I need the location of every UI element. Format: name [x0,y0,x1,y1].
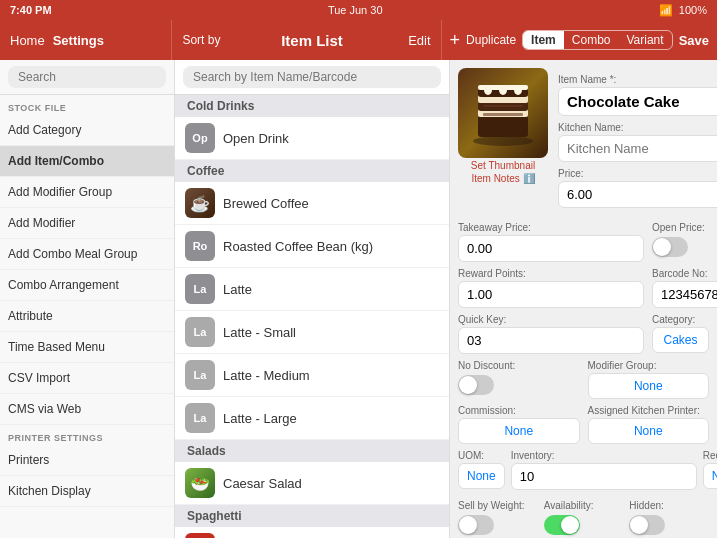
modifier-group-select[interactable]: None [588,373,710,399]
nav-bar: Home Settings Sort by Item List Edit + D… [0,20,717,60]
duplicate-btn[interactable]: Duplicate [466,33,516,47]
price-cost-row: Price: Cost: [558,162,717,208]
main-layout: STOCK FILE Add Category Add Item/Combo A… [0,60,717,538]
sell-by-weight-label: Sell by Weight: [458,500,538,511]
reward-points-label: Reward Points: [458,268,644,279]
modifier-group-label: Modifier Group: [588,360,710,371]
sidebar-item-add-category[interactable]: Add Category [0,115,174,146]
item-name-label: Item Name *: [558,74,717,85]
avatar-roasted-coffee: Ro [185,231,215,261]
svg-point-0 [473,136,533,146]
combo-pill[interactable]: Combo [564,31,619,49]
sidebar-item-kitchen-display[interactable]: Kitchen Display [0,476,174,507]
stock-file-label: STOCK FILE [0,95,174,115]
price-input[interactable] [558,181,717,208]
takeaway-open-price-row: Takeaway Price: Open Price: [458,216,709,262]
avatar-brewed-coffee: ☕ [185,188,215,218]
avatar-latte-large: La [185,403,215,433]
nav-home[interactable]: Home [10,33,45,48]
sidebar-item-add-combo-meal-group[interactable]: Add Combo Meal Group [0,239,174,270]
battery-indicator: 100% [679,4,707,16]
add-icon[interactable]: + [450,30,461,51]
no-discount-label: No Discount: [458,360,580,371]
variant-pill[interactable]: Variant [618,31,671,49]
commission-label: Commission: [458,405,580,416]
list-item-latte[interactable]: La Latte [175,268,449,311]
list-search-input[interactable] [183,66,441,88]
thumbnail-section: Set Thumbnail Item Notes ℹ️ [458,68,548,208]
quickkey-category-row: Quick Key: Category: Cakes [458,308,709,354]
sidebar: STOCK FILE Add Category Add Item/Combo A… [0,60,175,538]
list-item-latte-large[interactable]: La Latte - Large [175,397,449,440]
detail-panel: Set Thumbnail Item Notes ℹ️ Item Name *:… [450,60,717,538]
item-pill[interactable]: Item [523,31,564,49]
recipe-label: Recipe: [703,450,717,461]
inventory-input[interactable] [511,463,697,490]
category-select[interactable]: Cakes [652,327,709,353]
sidebar-search-input[interactable] [8,66,166,88]
list-item-latte-medium[interactable]: La Latte - Medium [175,354,449,397]
list-item-bolognese[interactable]: 🍝 Bolognese [175,527,449,538]
sidebar-item-attribute[interactable]: Attribute [0,301,174,332]
item-type-selector: Item Combo Variant [522,30,673,50]
sell-by-weight-toggle[interactable] [458,515,494,535]
open-price-toggle[interactable] [652,237,688,257]
takeaway-price-input[interactable] [458,235,644,262]
quick-key-input[interactable] [458,327,644,354]
uom-label: UOM: [458,450,505,461]
commission-select[interactable]: None [458,418,580,444]
category-coffee: Coffee [175,160,449,182]
barcode-no-label: Barcode No: [652,268,717,279]
nav-middle: Sort by Item List Edit [171,20,440,60]
svg-point-9 [514,85,522,95]
category-cold-drinks: Cold Drinks [175,95,449,117]
barcode-input[interactable] [652,281,717,308]
nav-edit[interactable]: Edit [408,33,430,48]
list-item-latte-small[interactable]: La Latte - Small [175,311,449,354]
recipe-select[interactable]: None [703,463,717,489]
hidden-toggle[interactable] [629,515,665,535]
nav-sortby[interactable]: Sort by [182,33,220,47]
avatar-open-drink: Op [185,123,215,153]
open-price-label: Open Price: [652,222,709,233]
sidebar-item-add-modifier-group[interactable]: Add Modifier Group [0,177,174,208]
printer-settings-label: PRINTER SETTINGS [0,425,174,445]
kitchen-name-label: Kitchen Name: [558,122,717,133]
sidebar-item-add-modifier[interactable]: Add Modifier [0,208,174,239]
list-item-open-drink[interactable]: Op Open Drink [175,117,449,160]
list-item-roasted-coffee[interactable]: Ro Roasted Coffee Bean (kg) [175,225,449,268]
category-spaghetti: Spaghetti [175,505,449,527]
save-btn[interactable]: Save [679,33,709,48]
reward-points-input[interactable] [458,281,644,308]
status-date: Tue Jun 30 [328,4,383,16]
assigned-kitchen-printer-select[interactable]: None [588,418,710,444]
sidebar-item-add-item-combo[interactable]: Add Item/Combo [0,146,174,177]
item-notes-btn[interactable]: Item Notes ℹ️ [471,173,534,184]
detail-fields: Item Name *: Kitchen Name: Price: Cost: [558,68,717,208]
kitchen-name-input[interactable] [558,135,717,162]
list-item-brewed-coffee[interactable]: ☕ Brewed Coffee [175,182,449,225]
sidebar-item-combo-arrangement[interactable]: Combo Arrangement [0,270,174,301]
avatar-latte-small: La [185,317,215,347]
no-discount-toggle[interactable] [458,375,494,395]
detail-top-section: Set Thumbnail Item Notes ℹ️ Item Name *:… [458,68,709,208]
list-item-caesar-salad[interactable]: 🥗 Caesar Salad [175,462,449,505]
nav-settings[interactable]: Settings [53,33,104,48]
sidebar-item-printers[interactable]: Printers [0,445,174,476]
availability-toggle[interactable] [544,515,580,535]
availability-label: Availability: [544,500,624,511]
avatar-bolognese: 🍝 [185,533,215,538]
svg-point-7 [484,85,492,95]
sidebar-item-time-based-menu[interactable]: Time Based Menu [0,332,174,363]
discount-modifier-row: No Discount: Modifier Group: None [458,354,709,399]
avatar-latte-medium: La [185,360,215,390]
takeaway-price-label: Takeaway Price: [458,222,644,233]
sidebar-item-cms-via-web[interactable]: CMS via Web [0,394,174,425]
uom-select[interactable]: None [458,463,505,489]
list-search-container [175,60,449,95]
sidebar-item-csv-import[interactable]: CSV Import [0,363,174,394]
set-thumbnail-btn[interactable]: Set Thumbnail [471,160,535,171]
svg-rect-1 [478,115,528,137]
item-name-input[interactable] [558,87,717,116]
sidebar-search-container [0,60,174,95]
